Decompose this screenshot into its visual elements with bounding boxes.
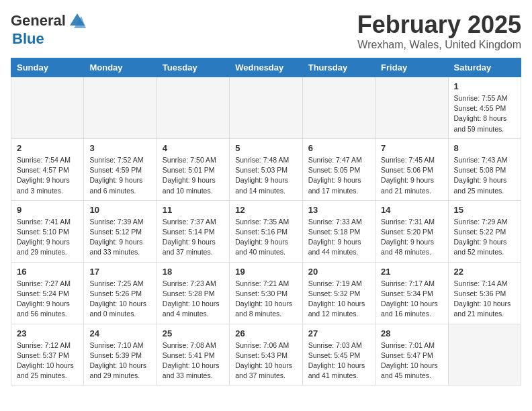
calendar-cell (84, 77, 157, 139)
calendar-cell: 20Sunrise: 7:19 AM Sunset: 5:32 PM Dayli… (302, 262, 375, 324)
calendar-day-header: Wednesday (230, 58, 302, 77)
day-number: 9 (17, 205, 78, 215)
calendar-week-row: 9Sunrise: 7:41 AM Sunset: 5:10 PM Daylig… (11, 200, 521, 262)
day-number: 25 (163, 328, 224, 338)
calendar-cell: 26Sunrise: 7:06 AM Sunset: 5:43 PM Dayli… (230, 324, 302, 385)
calendar-day-header: Friday (375, 58, 448, 77)
day-info: Sunrise: 7:27 AM Sunset: 5:24 PM Dayligh… (17, 279, 78, 320)
month-title: February 2025 (357, 11, 521, 39)
day-info: Sunrise: 7:17 AM Sunset: 5:34 PM Dayligh… (381, 279, 442, 320)
calendar-header-row: SundayMondayTuesdayWednesdayThursdayFrid… (11, 58, 521, 77)
day-info: Sunrise: 7:33 AM Sunset: 5:18 PM Dayligh… (308, 217, 369, 258)
calendar-cell: 1Sunrise: 7:55 AM Sunset: 4:55 PM Daylig… (448, 77, 521, 139)
day-number: 4 (163, 143, 224, 153)
day-number: 2 (17, 143, 78, 153)
day-number: 21 (381, 267, 442, 277)
day-number: 17 (89, 267, 150, 277)
day-info: Sunrise: 7:41 AM Sunset: 5:10 PM Dayligh… (17, 217, 78, 258)
day-number: 22 (454, 267, 515, 277)
calendar-week-row: 1Sunrise: 7:55 AM Sunset: 4:55 PM Daylig… (11, 77, 521, 139)
calendar-cell: 27Sunrise: 7:03 AM Sunset: 5:45 PM Dayli… (302, 324, 375, 385)
calendar-cell: 14Sunrise: 7:31 AM Sunset: 5:20 PM Dayli… (375, 200, 448, 262)
day-number: 15 (454, 205, 515, 215)
calendar: SundayMondayTuesdayWednesdayThursdayFrid… (11, 58, 521, 385)
location: Wrexham, Wales, United Kingdom (357, 39, 521, 51)
day-number: 14 (381, 205, 442, 215)
logo-blue: Blue (12, 30, 44, 47)
day-number: 28 (381, 328, 442, 338)
day-number: 13 (308, 205, 369, 215)
day-number: 6 (308, 143, 369, 153)
calendar-cell: 11Sunrise: 7:37 AM Sunset: 5:14 PM Dayli… (157, 200, 229, 262)
day-info: Sunrise: 7:23 AM Sunset: 5:28 PM Dayligh… (163, 279, 224, 320)
calendar-cell: 4Sunrise: 7:50 AM Sunset: 5:01 PM Daylig… (157, 138, 229, 200)
calendar-cell: 24Sunrise: 7:10 AM Sunset: 5:39 PM Dayli… (84, 324, 157, 385)
day-info: Sunrise: 7:31 AM Sunset: 5:20 PM Dayligh… (381, 217, 442, 258)
day-info: Sunrise: 7:54 AM Sunset: 4:57 PM Dayligh… (17, 155, 78, 196)
day-number: 23 (17, 328, 78, 338)
day-number: 20 (308, 267, 369, 277)
calendar-day-header: Saturday (448, 58, 521, 77)
calendar-day-header: Monday (84, 58, 157, 77)
day-number: 1 (454, 81, 515, 91)
calendar-cell: 9Sunrise: 7:41 AM Sunset: 5:10 PM Daylig… (11, 200, 84, 262)
calendar-day-header: Tuesday (157, 58, 229, 77)
day-info: Sunrise: 7:39 AM Sunset: 5:12 PM Dayligh… (89, 217, 150, 258)
day-number: 3 (89, 143, 150, 153)
calendar-cell: 15Sunrise: 7:29 AM Sunset: 5:22 PM Dayli… (448, 200, 521, 262)
day-info: Sunrise: 7:14 AM Sunset: 5:36 PM Dayligh… (454, 279, 515, 320)
day-number: 12 (235, 205, 296, 215)
calendar-cell: 25Sunrise: 7:08 AM Sunset: 5:41 PM Dayli… (157, 324, 229, 385)
calendar-week-row: 23Sunrise: 7:12 AM Sunset: 5:37 PM Dayli… (11, 324, 521, 385)
day-info: Sunrise: 7:35 AM Sunset: 5:16 PM Dayligh… (235, 217, 296, 258)
calendar-cell (448, 324, 521, 385)
calendar-cell: 23Sunrise: 7:12 AM Sunset: 5:37 PM Dayli… (11, 324, 84, 385)
day-number: 7 (381, 143, 442, 153)
logo-general: General (11, 13, 66, 29)
day-info: Sunrise: 7:47 AM Sunset: 5:05 PM Dayligh… (308, 155, 369, 196)
day-number: 27 (308, 328, 369, 338)
day-info: Sunrise: 7:45 AM Sunset: 5:06 PM Dayligh… (381, 155, 442, 196)
calendar-cell: 19Sunrise: 7:21 AM Sunset: 5:30 PM Dayli… (230, 262, 302, 324)
calendar-cell: 7Sunrise: 7:45 AM Sunset: 5:06 PM Daylig… (375, 138, 448, 200)
calendar-cell: 18Sunrise: 7:23 AM Sunset: 5:28 PM Dayli… (157, 262, 229, 324)
day-info: Sunrise: 7:29 AM Sunset: 5:22 PM Dayligh… (454, 217, 515, 258)
calendar-cell: 5Sunrise: 7:48 AM Sunset: 5:03 PM Daylig… (230, 138, 302, 200)
calendar-week-row: 2Sunrise: 7:54 AM Sunset: 4:57 PM Daylig… (11, 138, 521, 200)
day-info: Sunrise: 7:37 AM Sunset: 5:14 PM Dayligh… (163, 217, 224, 258)
title-block: February 2025 Wrexham, Wales, United Kin… (357, 11, 521, 51)
day-info: Sunrise: 7:03 AM Sunset: 5:45 PM Dayligh… (308, 340, 369, 381)
day-info: Sunrise: 7:01 AM Sunset: 5:47 PM Dayligh… (381, 340, 442, 381)
day-info: Sunrise: 7:43 AM Sunset: 5:08 PM Dayligh… (454, 155, 515, 196)
calendar-cell: 2Sunrise: 7:54 AM Sunset: 4:57 PM Daylig… (11, 138, 84, 200)
day-info: Sunrise: 7:52 AM Sunset: 4:59 PM Dayligh… (89, 155, 150, 196)
day-info: Sunrise: 7:06 AM Sunset: 5:43 PM Dayligh… (235, 340, 296, 381)
calendar-cell (230, 77, 302, 139)
calendar-cell (157, 77, 229, 139)
calendar-cell (302, 77, 375, 139)
calendar-day-header: Sunday (11, 58, 84, 77)
logo: General Blue (11, 11, 87, 47)
day-number: 24 (89, 328, 150, 338)
day-info: Sunrise: 7:10 AM Sunset: 5:39 PM Dayligh… (89, 340, 150, 381)
day-number: 18 (163, 267, 224, 277)
calendar-cell: 8Sunrise: 7:43 AM Sunset: 5:08 PM Daylig… (448, 138, 521, 200)
day-number: 26 (235, 328, 296, 338)
day-info: Sunrise: 7:19 AM Sunset: 5:32 PM Dayligh… (308, 279, 369, 320)
day-number: 11 (163, 205, 224, 215)
day-number: 19 (235, 267, 296, 277)
day-info: Sunrise: 7:50 AM Sunset: 5:01 PM Dayligh… (163, 155, 224, 196)
day-number: 10 (89, 205, 150, 215)
day-number: 5 (235, 143, 296, 153)
day-info: Sunrise: 7:21 AM Sunset: 5:30 PM Dayligh… (235, 279, 296, 320)
calendar-cell: 22Sunrise: 7:14 AM Sunset: 5:36 PM Dayli… (448, 262, 521, 324)
calendar-week-row: 16Sunrise: 7:27 AM Sunset: 5:24 PM Dayli… (11, 262, 521, 324)
calendar-cell: 3Sunrise: 7:52 AM Sunset: 4:59 PM Daylig… (84, 138, 157, 200)
calendar-cell (375, 77, 448, 139)
calendar-day-header: Thursday (302, 58, 375, 77)
calendar-cell: 28Sunrise: 7:01 AM Sunset: 5:47 PM Dayli… (375, 324, 448, 385)
calendar-cell (11, 77, 84, 139)
day-number: 16 (17, 267, 78, 277)
calendar-cell: 16Sunrise: 7:27 AM Sunset: 5:24 PM Dayli… (11, 262, 84, 324)
day-info: Sunrise: 7:12 AM Sunset: 5:37 PM Dayligh… (17, 340, 78, 381)
